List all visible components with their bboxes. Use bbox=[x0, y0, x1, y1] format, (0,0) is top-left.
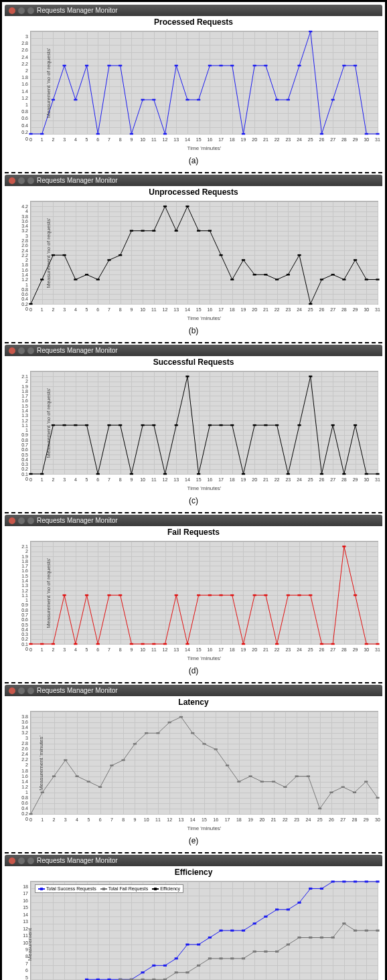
data-point bbox=[309, 888, 312, 890]
data-point bbox=[29, 813, 32, 815]
x-tick: 12 bbox=[163, 137, 168, 142]
data-point bbox=[85, 594, 88, 596]
minimize-icon[interactable] bbox=[18, 7, 25, 14]
y-axis-label: Measurement 'no of requests' bbox=[46, 48, 52, 118]
data-point bbox=[63, 65, 66, 66]
series-line bbox=[31, 546, 378, 644]
y-tick: 1.6 bbox=[17, 398, 28, 403]
data-point bbox=[242, 957, 245, 959]
x-axis-label: Time 'minutes' bbox=[187, 315, 222, 321]
data-point bbox=[283, 787, 287, 788]
data-point bbox=[202, 743, 206, 744]
data-point bbox=[74, 99, 77, 100]
y-tick: 0.4 bbox=[17, 297, 28, 301]
minimize-icon[interactable] bbox=[18, 687, 25, 694]
x-tick: 4 bbox=[74, 137, 77, 142]
window-title: Requests Manager Monitor bbox=[37, 7, 118, 14]
x-tick: 24 bbox=[297, 647, 302, 652]
x-tick: 15 bbox=[196, 307, 202, 312]
x-tick: 13 bbox=[173, 137, 179, 142]
chart-title: Unprocessed Requests bbox=[5, 186, 382, 198]
data-point bbox=[331, 643, 335, 645]
y-tick: 1.5 bbox=[17, 573, 28, 578]
window-title: Requests Manager Monitor bbox=[37, 517, 118, 524]
maximize-icon[interactable] bbox=[27, 687, 34, 694]
minimize-icon[interactable] bbox=[18, 177, 25, 184]
data-point bbox=[96, 278, 100, 280]
data-point bbox=[297, 254, 301, 256]
x-tick: 24 bbox=[297, 137, 302, 142]
y-tick: 0.2 bbox=[17, 811, 28, 815]
x-tick: 17 bbox=[218, 137, 224, 142]
y-tick: 1.8 bbox=[17, 388, 28, 393]
x-tick: 24 bbox=[297, 477, 302, 482]
x-tick: 2 bbox=[52, 647, 54, 652]
x-tick: 21 bbox=[263, 137, 268, 142]
y-tick: 1.3 bbox=[17, 413, 28, 418]
close-icon[interactable] bbox=[9, 347, 15, 354]
x-tick: 3 bbox=[63, 477, 66, 482]
x-tick: 11 bbox=[151, 477, 157, 482]
data-point bbox=[185, 206, 189, 207]
series-line bbox=[31, 924, 378, 980]
x-tick: 6 bbox=[96, 307, 99, 312]
data-point bbox=[376, 133, 379, 135]
y-tick: 1.6 bbox=[17, 568, 28, 573]
data-point bbox=[318, 808, 321, 809]
plot-svg bbox=[31, 31, 378, 134]
data-point bbox=[141, 643, 145, 645]
data-point bbox=[353, 792, 356, 793]
minimize-icon[interactable] bbox=[18, 858, 25, 864]
y-tick: 1.4 bbox=[17, 578, 28, 583]
data-point bbox=[365, 473, 368, 475]
data-point bbox=[98, 787, 102, 788]
y-tick: 3.4 bbox=[17, 725, 28, 730]
plot-area: 0123456789101112131415161718192021222324… bbox=[30, 371, 378, 475]
close-icon[interactable] bbox=[9, 177, 15, 184]
x-tick: 22 bbox=[275, 477, 280, 482]
x-tick: 2 bbox=[52, 307, 54, 312]
maximize-icon[interactable] bbox=[27, 7, 34, 14]
x-tick: 18 bbox=[230, 477, 235, 482]
maximize-icon[interactable] bbox=[27, 347, 34, 354]
x-tick: 7 bbox=[108, 647, 110, 652]
maximize-icon[interactable] bbox=[27, 858, 34, 864]
minimize-icon[interactable] bbox=[18, 347, 25, 354]
x-tick: 6 bbox=[96, 477, 99, 482]
data-point bbox=[287, 99, 290, 100]
panel-d: Requests Manager Monitor Fail Requests01… bbox=[5, 515, 382, 683]
maximize-icon[interactable] bbox=[27, 177, 34, 184]
data-point bbox=[141, 99, 145, 100]
y-axis-label: Measurement bbox=[27, 928, 33, 961]
data-point bbox=[309, 303, 312, 305]
plot-area: Total Success Requests Total Fail Reques… bbox=[30, 881, 378, 980]
data-point bbox=[354, 594, 357, 596]
y-axis-label: Measurement 'no of requests' bbox=[46, 558, 52, 628]
close-icon[interactable] bbox=[9, 858, 15, 864]
y-tick: 0.4 bbox=[17, 627, 28, 631]
close-icon[interactable] bbox=[9, 687, 15, 694]
data-point bbox=[230, 424, 234, 426]
close-icon[interactable] bbox=[9, 7, 15, 14]
data-point bbox=[287, 274, 290, 275]
window-titlebar: Requests Manager Monitor bbox=[5, 175, 382, 186]
panel-a: Requests Manager Monitor Processed Reque… bbox=[5, 5, 382, 173]
x-tick: 30 bbox=[364, 477, 369, 482]
x-tick: 15 bbox=[202, 817, 207, 822]
minimize-icon[interactable] bbox=[18, 517, 25, 524]
data-point bbox=[168, 722, 171, 723]
y-tick: 0.3 bbox=[17, 462, 28, 467]
chart-body: 0123456789101112131415161718192021222324… bbox=[5, 368, 382, 495]
maximize-icon[interactable] bbox=[27, 517, 34, 524]
data-point bbox=[145, 732, 148, 734]
window-title: Requests Manager Monitor bbox=[37, 347, 118, 354]
data-point bbox=[219, 957, 222, 959]
data-point bbox=[342, 65, 345, 66]
y-tick: 2.2 bbox=[17, 61, 28, 66]
x-tick: 5 bbox=[87, 817, 90, 822]
close-icon[interactable] bbox=[9, 517, 15, 524]
data-point bbox=[297, 936, 301, 938]
data-point bbox=[275, 643, 279, 645]
x-tick: 8 bbox=[119, 477, 122, 482]
data-point bbox=[175, 424, 178, 426]
